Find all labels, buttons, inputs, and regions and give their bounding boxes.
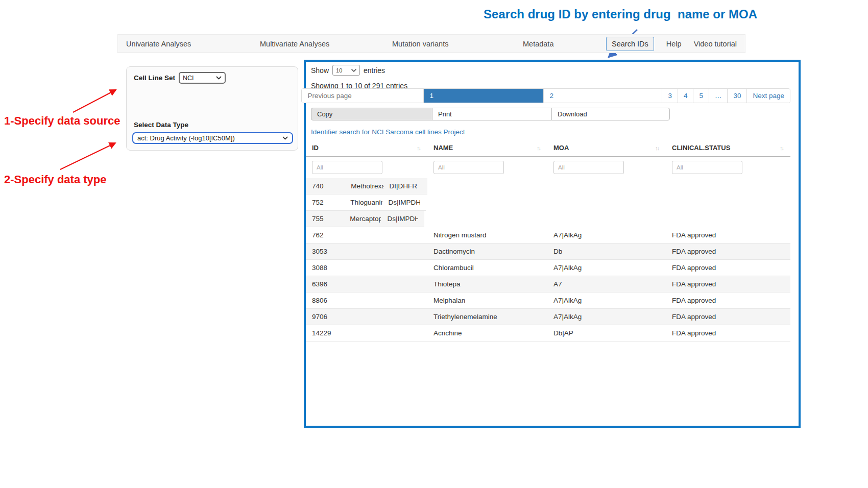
sort-icon[interactable]: ↑↓ (655, 145, 659, 151)
cell-name: Acrichine (427, 329, 547, 337)
cell-name: Chlorambucil (427, 264, 547, 272)
data-type-value: act: Drug Activity (-log10[IC50M]) (137, 134, 235, 142)
data-source-card: Cell Line Set NCI Select Data Type act: … (126, 66, 298, 151)
cell-id: 14229 (306, 329, 427, 337)
cell-moa: A7|AlkAg (547, 313, 666, 321)
cell-clinical-status: FDA approved (421, 182, 427, 190)
chevron-down-icon (351, 69, 356, 72)
column-header-label: ID (312, 144, 319, 152)
cell-id: 755 (306, 215, 344, 223)
column-header[interactable]: NAME ↑↓ (427, 139, 547, 156)
red-arrow-1-icon (69, 85, 123, 116)
cell-moa: A7 (547, 280, 666, 288)
filter-cell (427, 161, 547, 174)
pagination-button[interactable]: 2 (543, 89, 662, 103)
pagination-button[interactable]: 30 (727, 89, 746, 103)
cell-line-set-label: Cell Line Set (134, 74, 175, 82)
table-row[interactable]: 752 Thioguanine Ds|IMPDH2|PPAT FDA appro… (306, 194, 426, 211)
cell-name: Nitrogen mustard (427, 231, 547, 239)
sort-icon[interactable]: ↑↓ (537, 145, 540, 151)
cell-line-set-value: NCI (183, 75, 194, 82)
cell-id: 762 (306, 231, 427, 239)
cell-name: Mercaptopurine (344, 215, 381, 223)
table-row[interactable]: 14229 Acrichine Db|AP FDA approved (306, 325, 790, 341)
cell-id: 8806 (306, 297, 427, 304)
show-entries-row: Show 10 entries (311, 65, 385, 76)
nav-bar: Univariate Analyses Multivariate Analyse… (117, 34, 745, 53)
pagination-button[interactable]: 1 (423, 89, 543, 103)
entries-label: entries (364, 66, 385, 75)
cell-name: Thioguanine (344, 199, 382, 206)
cell-moa: Db|AP (547, 329, 666, 337)
pagination: Previous page 1 2 3 4 5 … 30 Next page (301, 88, 790, 103)
cell-clinical-status: FDA approved (420, 199, 426, 206)
cell-name: Melphalan (427, 297, 547, 304)
cell-moa: A7|AlkAg (547, 264, 666, 272)
annotation-heading: Search drug ID by entering drug name or … (462, 7, 779, 21)
pagination-button[interactable]: 5 (693, 89, 709, 103)
table-body: 740 Methotrexate Df|DHFR FDA approved 75… (306, 178, 790, 341)
cell-id: 3088 (306, 264, 427, 272)
table-row[interactable]: 740 Methotrexate Df|DHFR FDA approved (306, 178, 427, 194)
pagination-button[interactable]: Previous page (302, 89, 423, 103)
nav-tab[interactable]: Multivariate Analyses (260, 37, 380, 51)
cell-moa: A7|AlkAg (547, 231, 666, 239)
pagination-button[interactable]: Next page (746, 89, 790, 103)
show-label: Show (311, 66, 329, 75)
table-row[interactable]: 9706 Triethylenemelamine A7|AlkAg FDA ap… (306, 309, 790, 325)
export-button-group: Copy Print Download (311, 108, 670, 120)
column-filter-input[interactable] (553, 161, 624, 174)
pagination-button[interactable]: 3 (662, 89, 678, 103)
page-length-value: 10 (336, 67, 342, 74)
nav-tab[interactable]: Metadata (523, 37, 594, 51)
annotation-step2: 2-Specify data type (4, 173, 107, 186)
nav-tab[interactable]: Mutation variants (392, 37, 511, 51)
cell-id: 752 (306, 199, 344, 206)
data-type-select[interactable]: act: Drug Activity (-log10[IC50M]) (132, 132, 293, 144)
column-header[interactable]: MOA ↑↓ (547, 139, 666, 156)
export-button[interactable]: Copy (311, 108, 432, 120)
table-row[interactable]: 755 Mercaptopurine Ds|IMPDH2|PPAT FDA ap… (306, 211, 424, 227)
identifier-search-link[interactable]: Identifier search for NCI Sarcoma cell l… (311, 128, 465, 136)
column-filter-input[interactable] (672, 161, 742, 174)
pagination-button[interactable]: … (709, 89, 728, 103)
chevron-down-icon (216, 76, 222, 80)
sort-icon[interactable]: ↑↓ (417, 145, 420, 151)
cell-clinical-status: FDA approved (666, 248, 790, 255)
table-row[interactable]: 8806 Melphalan A7|AlkAg FDA approved (306, 292, 790, 309)
nav-tab[interactable]: Univariate Analyses (126, 37, 248, 51)
column-header[interactable]: ID ↑↓ (306, 139, 427, 156)
filter-cell (666, 161, 790, 174)
data-type-label: Select Data Type (134, 121, 188, 129)
column-header-label: NAME (433, 144, 453, 152)
column-filter-input[interactable] (312, 161, 382, 174)
column-header[interactable]: CLINICAL.STATUS ↑↓ (666, 139, 790, 156)
export-button[interactable]: Print (432, 108, 552, 120)
cell-id: 9706 (306, 313, 427, 321)
pagination-button[interactable]: 4 (678, 89, 693, 103)
cell-name: Methotrexate (345, 182, 383, 190)
cell-name: Dactinomycin (427, 248, 547, 255)
table-row[interactable]: 6396 Thiotepa A7 FDA approved (306, 276, 790, 292)
table-header-row: ID ↑↓ NAME ↑↓ MOA ↑↓ CLINICAL.STATU (306, 139, 790, 157)
nav-tab[interactable]: Video tutorial (694, 37, 737, 51)
cell-moa: Db (547, 248, 666, 255)
cell-clinical-status: FDA approved (418, 215, 424, 223)
filter-cell (547, 161, 666, 174)
table-row[interactable]: 762 Nitrogen mustard A7|AlkAg FDA approv… (306, 227, 790, 243)
nav-tab[interactable]: Help (666, 37, 682, 51)
cell-moa: Df|DHFR (383, 182, 421, 190)
column-filter-input[interactable] (433, 161, 504, 174)
nav-tab[interactable]: Search IDs (606, 37, 654, 51)
cell-clinical-status: FDA approved (666, 280, 790, 288)
table-row[interactable]: 3088 Chlorambucil A7|AlkAg FDA approved (306, 260, 790, 276)
cell-moa: Ds|IMPDH2|PPAT (382, 199, 420, 206)
table-row[interactable]: 3053 Dactinomycin Db FDA approved (306, 243, 790, 260)
sort-icon[interactable]: ↑↓ (780, 145, 783, 151)
cell-clinical-status: FDA approved (666, 329, 790, 337)
cell-id: 740 (306, 182, 345, 190)
cell-moa: Ds|IMPDH2|PPAT (381, 215, 418, 223)
cell-line-set-select[interactable]: NCI (179, 72, 226, 84)
page-length-select[interactable]: 10 (332, 65, 360, 76)
export-button[interactable]: Download (551, 108, 670, 120)
